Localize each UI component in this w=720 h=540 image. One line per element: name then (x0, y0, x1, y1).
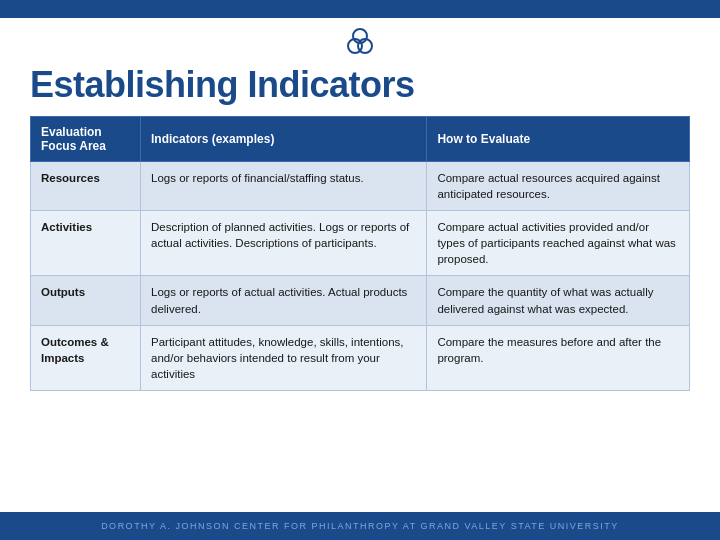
cell-focus-area: Activities (31, 211, 141, 276)
cell-indicators: Logs or reports of financial/staffing st… (141, 162, 427, 211)
footer-text: DOROTHY A. JOHNSON CENTER FOR PHILANTHRO… (101, 521, 619, 531)
table-header-row: Evaluation Focus Area Indicators (exampl… (31, 117, 690, 162)
title-area: Establishing Indicators (0, 60, 720, 116)
col-header-how-to-evaluate: How to Evaluate (427, 117, 690, 162)
footer: DOROTHY A. JOHNSON CENTER FOR PHILANTHRO… (0, 512, 720, 540)
cell-indicators: Description of planned activities. Logs … (141, 211, 427, 276)
top-bar (0, 0, 720, 18)
page-wrapper: Establishing Indicators Evaluation Focus… (0, 0, 720, 540)
logo-icon (344, 26, 376, 58)
cell-how-to-evaluate: Compare actual resources acquired agains… (427, 162, 690, 211)
indicators-table: Evaluation Focus Area Indicators (exampl… (30, 116, 690, 391)
cell-indicators: Logs or reports of actual activities. Ac… (141, 276, 427, 325)
cell-focus-area: Outputs (31, 276, 141, 325)
col-header-indicators: Indicators (examples) (141, 117, 427, 162)
table-row: ActivitiesDescription of planned activit… (31, 211, 690, 276)
logo-area (0, 18, 720, 60)
table-area: Evaluation Focus Area Indicators (exampl… (0, 116, 720, 512)
cell-focus-area: Outcomes & Impacts (31, 325, 141, 390)
page-title: Establishing Indicators (30, 64, 690, 106)
cell-focus-area: Resources (31, 162, 141, 211)
cell-how-to-evaluate: Compare the measures before and after th… (427, 325, 690, 390)
cell-how-to-evaluate: Compare actual activities provided and/o… (427, 211, 690, 276)
cell-how-to-evaluate: Compare the quantity of what was actuall… (427, 276, 690, 325)
cell-indicators: Participant attitudes, knowledge, skills… (141, 325, 427, 390)
table-row: OutputsLogs or reports of actual activit… (31, 276, 690, 325)
table-row: ResourcesLogs or reports of financial/st… (31, 162, 690, 211)
col-header-focus-area: Evaluation Focus Area (31, 117, 141, 162)
table-row: Outcomes & ImpactsParticipant attitudes,… (31, 325, 690, 390)
